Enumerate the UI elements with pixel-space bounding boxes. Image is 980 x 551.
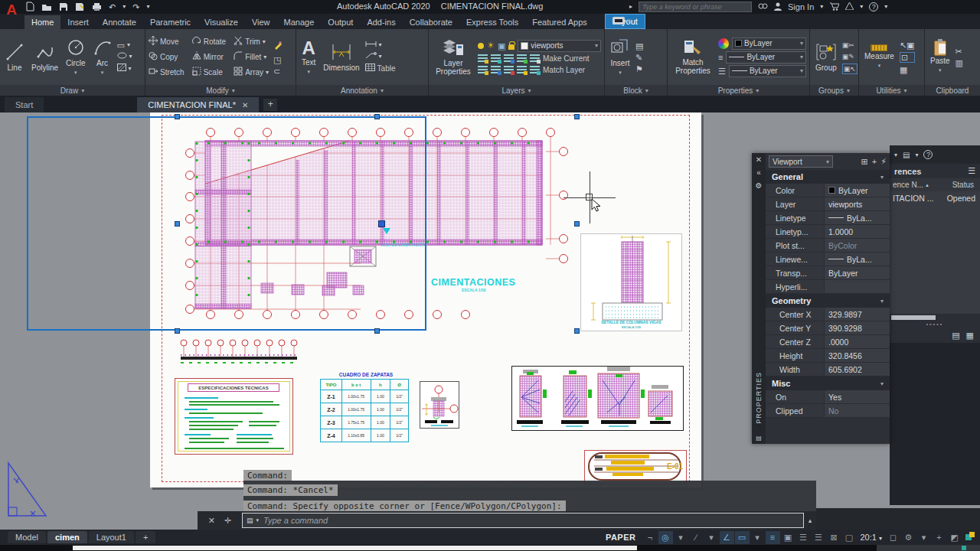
layer-tool-icon[interactable] [517, 66, 527, 74]
redo-icon[interactable]: ↷ [132, 2, 139, 11]
video-tutorial-icon[interactable]: ▾ [612, 17, 631, 28]
toggle-pickadd-icon[interactable]: ⊞ [861, 157, 868, 167]
app-menu-icon[interactable]: ▾ [860, 2, 863, 11]
save-icon[interactable] [59, 2, 68, 11]
panel-title-utilities[interactable]: Utilities▾ [859, 85, 924, 96]
search-expand-icon[interactable]: ▸ [629, 2, 632, 11]
copy-button[interactable]: Copy [149, 51, 185, 63]
undo-icon[interactable]: ↶ [109, 2, 116, 11]
leader-button[interactable]: ▾ [365, 52, 396, 61]
status-toggle[interactable]: ▢ [842, 531, 857, 544]
close-palette-icon[interactable]: ✕ [756, 155, 762, 164]
viewport-grip[interactable] [574, 221, 580, 227]
copy-clip-icon[interactable]: ▥ [956, 58, 963, 67]
ribbon-tab[interactable]: Featured Apps [525, 15, 594, 29]
viewport-grip[interactable] [175, 328, 180, 334]
edit-block-icon[interactable]: ✎ [635, 53, 643, 62]
status-toggle[interactable]: ◩ [947, 531, 962, 544]
redo-menu-icon[interactable]: ▾ [146, 2, 149, 11]
search-input[interactable] [639, 2, 752, 12]
ungroup-icon[interactable]: ▣✂ [842, 41, 858, 50]
status-toggle[interactable]: ▾ [674, 531, 688, 544]
new-layout-button[interactable]: + [136, 531, 155, 543]
close-command-icon[interactable]: ✕ [208, 516, 215, 526]
ribbon-tab[interactable]: Add-ins [360, 15, 402, 29]
ribbon-tab[interactable]: Parametric [143, 15, 198, 29]
ribbon-tab[interactable]: Annotate [96, 15, 143, 29]
sign-in-menu-icon[interactable]: ▾ [820, 2, 823, 11]
trim-button[interactable]: Trim▾ [234, 36, 269, 47]
search-icon[interactable] [758, 2, 768, 12]
status-toggle[interactable]: ∠ [720, 531, 734, 544]
group-select-icon[interactable]: ▣↖ [842, 64, 858, 74]
application-menu-button[interactable]: A [2, 1, 21, 21]
new-file-icon[interactable] [26, 2, 34, 11]
match-layer-button[interactable]: Match Layer [543, 66, 585, 75]
section-geometry[interactable]: Geometry▾ [766, 294, 890, 308]
ribbon-tab[interactable]: Home [24, 15, 60, 29]
status-toggle[interactable]: ▣ [781, 531, 795, 544]
status-toggle[interactable]: + [932, 531, 946, 544]
layer-tool-icon[interactable] [517, 54, 527, 63]
file-tab-start[interactable]: Start [5, 97, 44, 112]
help-menu-icon[interactable]: ▾ [884, 2, 887, 11]
arc-button[interactable]: Arc ▾ [91, 37, 114, 77]
quick-calc-icon[interactable]: ▦ [900, 65, 915, 74]
panel-title-modify[interactable]: Modify▾ [145, 85, 296, 96]
dimension-button[interactable]: Dimension [321, 42, 361, 73]
refresh-menu-icon[interactable]: ▾ [915, 152, 918, 158]
layout-tab-cimen[interactable]: cimen [47, 531, 87, 543]
linetype-dropdown[interactable]: ByLayer ▾ [729, 65, 806, 77]
array-button[interactable]: Array▾ [234, 67, 269, 78]
insert-button[interactable]: Insert ▾ [608, 37, 632, 77]
ribbon-tab[interactable]: Express Tools [459, 15, 525, 29]
layer-tool-icon[interactable] [504, 54, 514, 63]
mirror-button[interactable]: Mirror [192, 51, 226, 63]
xref-hscrollbar[interactable] [890, 314, 980, 321]
status-toggle[interactable]: ☰ [796, 531, 811, 544]
explode-icon[interactable]: ◳ [273, 55, 283, 64]
layer-properties-button[interactable]: Layer Properties [432, 37, 475, 77]
rotate-button[interactable]: Rotate [192, 36, 226, 47]
status-toggle[interactable]: ¬ [643, 531, 658, 544]
ribbon-tab[interactable]: Visualize [198, 15, 245, 29]
quick-select-icon[interactable]: ⚡ [880, 157, 887, 167]
layer-dropdown[interactable]: viewports ▾ [518, 40, 601, 52]
panel-title-annotation[interactable]: Annotation▾ [296, 85, 428, 96]
hatch-tool-button[interactable]: ▾ [117, 64, 132, 73]
panel-title-block[interactable]: Block▾ [605, 85, 667, 96]
text-button[interactable]: A Text ▾ [299, 38, 318, 77]
layout-tab-layout1[interactable]: Layout1 [89, 531, 134, 543]
viewport-center-grip[interactable] [378, 220, 385, 227]
group-edit-icon[interactable]: ▣✎ [842, 52, 858, 61]
xref-col-name[interactable]: ence N... [890, 181, 923, 189]
panel-title-clipboard[interactable]: Clipboard [925, 85, 980, 96]
undo-menu-icon[interactable]: ▾ [122, 2, 126, 11]
rectangle-tool-button[interactable]: ▭▾ [117, 41, 132, 50]
save-as-icon[interactable] [75, 2, 85, 11]
polyline-button[interactable]: Polyline [29, 42, 60, 73]
offset-icon[interactable]: ⊂ [273, 67, 283, 76]
command-history-toggle-icon[interactable]: ▴ [804, 517, 816, 524]
panel-title-properties[interactable]: Properties▾ [668, 85, 809, 96]
viewport-grip[interactable] [574, 328, 580, 334]
status-toggle[interactable]: ≡ [766, 531, 780, 544]
lineweight-dropdown[interactable]: ByLayer ▾ [726, 51, 806, 64]
measure-button[interactable]: Measure ▾ [862, 44, 897, 70]
list-view-icon[interactable]: ☰ [968, 166, 975, 176]
move-button[interactable]: Move [149, 36, 185, 47]
paste-button[interactable]: Paste ▾ [928, 40, 952, 75]
selection-type-dropdown[interactable]: Viewport ▾ [769, 155, 833, 168]
status-toggle[interactable]: ∕ [689, 531, 704, 544]
ribbon-tab[interactable]: Output [321, 15, 360, 29]
line-button[interactable]: Line [3, 42, 26, 73]
preview-icon[interactable]: ▦ [966, 331, 974, 341]
select-objects-icon[interactable]: + [872, 157, 877, 166]
viewport-grip[interactable] [374, 328, 380, 334]
sign-in-label[interactable]: Sign In [788, 2, 814, 11]
autohide-icon[interactable]: « [756, 168, 761, 177]
status-toggle[interactable]: ◎ [658, 531, 673, 544]
attach-menu-icon[interactable]: ▾ [894, 152, 897, 158]
close-file-tab-icon[interactable]: ✕ [242, 101, 248, 109]
refresh-icon[interactable]: ▤ [903, 151, 910, 159]
